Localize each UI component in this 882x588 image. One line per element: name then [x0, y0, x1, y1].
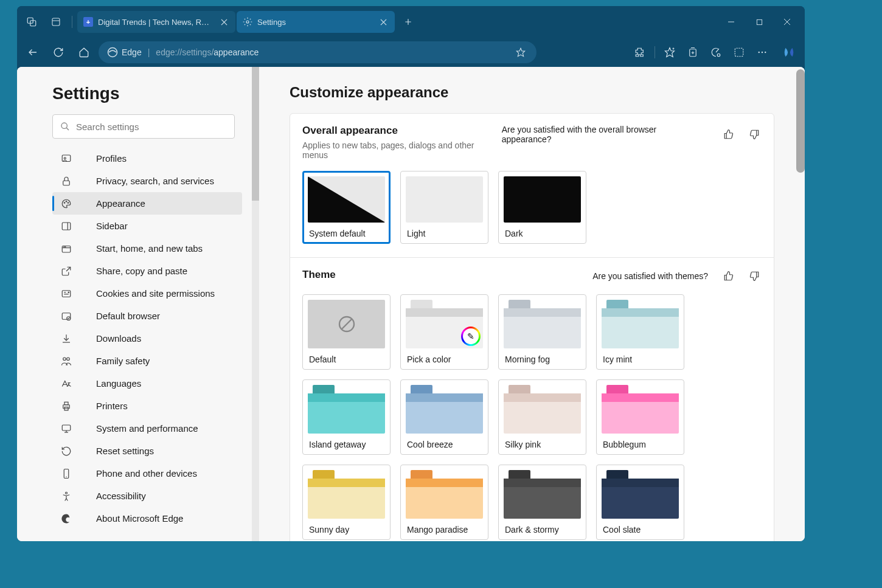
- sidebar-item-cookies-and-site-permissions[interactable]: Cookies and site permissions: [52, 282, 242, 305]
- browser-tab[interactable]: Settings: [237, 11, 395, 33]
- main-scrollbar[interactable]: [796, 67, 805, 541]
- nav-label: Printers: [96, 401, 128, 411]
- extensions-icon[interactable]: [629, 41, 651, 63]
- sidebar-item-system-and-performance[interactable]: System and performance: [52, 417, 242, 440]
- sidebar-item-printers[interactable]: Printers: [52, 395, 242, 417]
- maximize-button[interactable]: [745, 12, 773, 32]
- collections-icon[interactable]: [682, 41, 704, 63]
- favorite-star-icon[interactable]: [513, 45, 528, 60]
- sidebar-icon: [61, 221, 72, 232]
- nav-label: Phone and other devices: [96, 468, 197, 479]
- theme-option-island-getaway[interactable]: Island getaway: [302, 379, 391, 455]
- tab-label: Digital Trends | Tech News, Revie: [98, 18, 214, 27]
- workspaces-icon[interactable]: [21, 11, 43, 33]
- theme-title: Theme: [302, 269, 336, 281]
- theme-option-morning-fog[interactable]: Morning fog: [498, 294, 586, 370]
- appearance-option-system-default[interactable]: System default: [302, 171, 391, 244]
- svg-rect-40: [62, 246, 71, 252]
- nav-label: System and performance: [96, 423, 198, 434]
- thumbs-up-icon[interactable]: [721, 127, 736, 142]
- nav-label: Cookies and site permissions: [96, 288, 215, 299]
- svg-point-62: [66, 492, 68, 494]
- thumbs-down-icon[interactable]: [747, 127, 762, 142]
- appearance-option-dark[interactable]: Dark: [498, 171, 586, 244]
- palette-icon: [61, 198, 72, 209]
- svg-point-28: [762, 52, 763, 53]
- search-settings-input[interactable]: [52, 114, 235, 139]
- appearance-option-light[interactable]: Light: [400, 171, 488, 244]
- sidebar-item-default-browser[interactable]: Default browser: [52, 305, 242, 327]
- theme-option-dark-stormy[interactable]: Dark & stormy: [498, 465, 586, 540]
- swatch-label: Dark: [504, 229, 581, 238]
- color-picker-icon: ✎: [461, 327, 481, 346]
- sidebar-item-about-microsoft-edge[interactable]: About Microsoft Edge: [52, 507, 242, 530]
- thumbs-down-icon[interactable]: [747, 269, 762, 283]
- edge-icon: [61, 513, 72, 524]
- sidebar-item-family-safety[interactable]: Family safety: [52, 350, 242, 372]
- nav-label: Default browser: [96, 311, 160, 321]
- theme-option-cool-slate[interactable]: Cool slate: [596, 465, 684, 540]
- tab-actions-icon[interactable]: [45, 11, 67, 33]
- separator: [72, 16, 72, 28]
- svg-marker-17: [516, 48, 524, 56]
- svg-line-64: [342, 319, 352, 329]
- sidebar-item-accessibility[interactable]: Accessibility: [52, 485, 242, 507]
- theme-option-cool-breeze[interactable]: Cool breeze: [400, 379, 488, 455]
- close-window-button[interactable]: [773, 12, 801, 32]
- more-menu-icon[interactable]: [751, 41, 773, 63]
- new-tab-button[interactable]: [397, 11, 419, 33]
- family-icon: [61, 356, 72, 367]
- tab-label: Settings: [257, 18, 373, 27]
- sidebar-item-languages[interactable]: Languages: [52, 372, 242, 395]
- theme-option-pick-a-color[interactable]: ✎Pick a color: [400, 294, 488, 370]
- nav-label: About Microsoft Edge: [96, 513, 183, 524]
- theme-option-default[interactable]: Default: [302, 294, 391, 370]
- performance-icon[interactable]: [705, 41, 727, 63]
- tab-close-icon[interactable]: [378, 16, 389, 27]
- sidebar-item-share-copy-and-paste[interactable]: Share, copy and paste: [52, 260, 242, 282]
- nav-label: Start, home, and new tabs: [96, 243, 203, 254]
- default-icon: [61, 311, 72, 322]
- favorites-icon[interactable]: [659, 41, 681, 63]
- home-button[interactable]: [73, 41, 95, 63]
- theme-option-sunny-day[interactable]: Sunny day: [302, 465, 391, 540]
- sidebar-item-profiles[interactable]: Profiles: [52, 147, 242, 170]
- titlebar: +Digital Trends | Tech News, RevieSettin…: [17, 6, 805, 38]
- sidebar-scrollbar[interactable]: [252, 67, 259, 541]
- svg-point-29: [765, 52, 766, 53]
- minimize-button[interactable]: [717, 12, 745, 32]
- copilot-icon[interactable]: [778, 41, 800, 63]
- tabs-icon: [61, 243, 72, 254]
- back-button[interactable]: [22, 41, 44, 63]
- svg-point-35: [64, 202, 65, 203]
- nav-label: Sidebar: [96, 221, 128, 231]
- svg-point-27: [759, 52, 760, 53]
- svg-rect-26: [735, 48, 743, 57]
- sidebar-item-sidebar[interactable]: Sidebar: [52, 215, 242, 237]
- sidebar-item-downloads[interactable]: Downloads: [52, 327, 242, 350]
- address-bar[interactable]: Edge | edge://settings/appearance: [99, 41, 536, 63]
- sidebar-item-phone-and-other-devices[interactable]: Phone and other devices: [52, 462, 242, 485]
- nav-label: Downloads: [96, 333, 141, 344]
- svg-point-47: [68, 292, 69, 293]
- sidebar-item-reset-settings[interactable]: Reset settings: [52, 440, 242, 462]
- theme-option-icy-mint[interactable]: Icy mint: [596, 294, 684, 370]
- theme-option-mango-paradise[interactable]: Mango paradise: [400, 465, 488, 540]
- nav-label: Family safety: [96, 356, 150, 366]
- sidebar-item-appearance[interactable]: Appearance: [52, 192, 242, 215]
- sidebar-item-privacy-search-and-services[interactable]: Privacy, search, and services: [52, 170, 242, 192]
- nav-label: Appearance: [96, 198, 145, 209]
- refresh-button[interactable]: [47, 41, 69, 63]
- printer-icon: [61, 401, 72, 412]
- theme-option-silky-pink[interactable]: Silky pink: [498, 379, 586, 455]
- browser-tab[interactable]: +Digital Trends | Tech News, Revie: [77, 11, 235, 33]
- browser-essentials-icon[interactable]: [728, 41, 750, 63]
- thumbs-up-icon[interactable]: [721, 269, 736, 283]
- theme-option-bubblegum[interactable]: Bubblegum: [596, 379, 684, 455]
- edge-label: Edge: [122, 47, 142, 57]
- tab-close-icon[interactable]: [218, 16, 229, 27]
- svg-point-43: [65, 246, 66, 247]
- svg-point-6: [246, 21, 249, 23]
- svg-line-31: [66, 128, 69, 130]
- sidebar-item-start-home-and-new-tabs[interactable]: Start, home, and new tabs: [52, 237, 242, 260]
